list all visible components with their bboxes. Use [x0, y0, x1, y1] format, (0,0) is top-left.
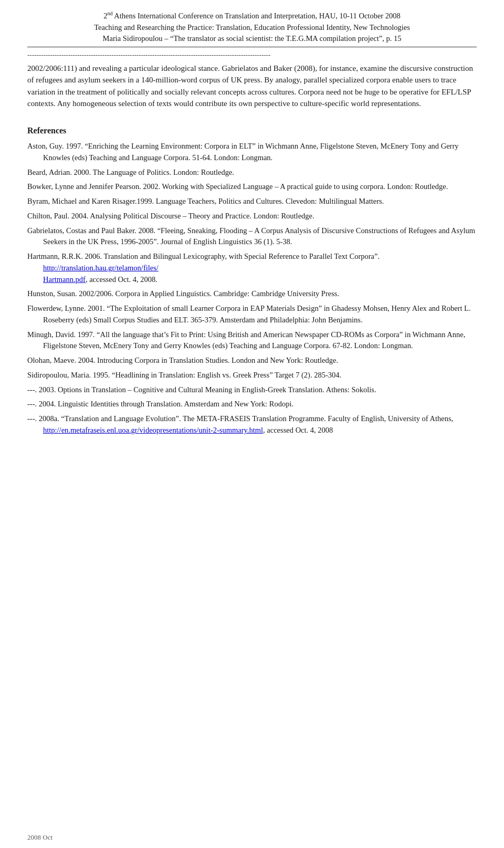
ref-olohan2004: Olohan, Maeve. 2004. Introducing Corpora… [27, 355, 477, 367]
ref-hartmann-after: , accessed Oct. 4, 2008. [86, 275, 158, 284]
ref-bowker2002: Bowker, Lynne and Jennifer Pearson. 2002… [27, 181, 477, 193]
footer-text: 2008 Oct [27, 833, 52, 841]
references-section: References Aston, Guy. 1997. “Enriching … [27, 124, 477, 436]
ref-hunston2002: Hunston, Susan. 2002/2006. Corpora in Ap… [27, 288, 477, 300]
ref-gabrielatos2008: Gabrielatos, Costas and Paul Baker. 2008… [27, 225, 477, 248]
header-divider [27, 47, 477, 47]
ref-dash2004: ---. 2004. Linguistic Identities through… [27, 399, 477, 410]
ref-aston1997: Aston, Guy. 1997. “Enriching the Learnin… [27, 141, 477, 164]
header-line3: Maria Sidiropoulou – “The translator as … [27, 33, 477, 45]
references-title: References [27, 124, 477, 137]
ref-hartmann-before: Hartmann, R.R.K. 2006. Translation and B… [27, 252, 380, 260]
ref-byram1999: Byram, Michael and Karen Risager.1999. L… [27, 196, 477, 207]
header-block: 2nd Athens International Conference on T… [27, 9, 477, 45]
header-sup: nd [107, 11, 112, 16]
dashes-line: ----------------------------------------… [27, 50, 477, 60]
body-paragraph1: 2002/2006:111) and revealing a particula… [27, 62, 477, 110]
ref-chilton2004: Chilton, Paul. 2004. Analysing Political… [27, 211, 477, 222]
ref-hartmann2006: Hartmann, R.R.K. 2006. Translation and B… [27, 251, 477, 285]
ref-sidiropoulou1995: Sidiropoulou, Maria. 1995. “Headlining i… [27, 370, 477, 381]
header-line1-suffix: Athens International Conference on Trans… [112, 12, 400, 20]
ref-dash2008a-after: , accessed Oct. 4, 2008 [263, 426, 333, 434]
ref-dash2008a: ---. 2008a. “Translation and Language Ev… [27, 413, 477, 436]
ref-dash2008a-before: ---. 2008a. “Translation and Language Ev… [27, 414, 453, 423]
ref-dash2008a-link[interactable]: http://en.metafraseis.enl.uoa.gr/videopr… [43, 426, 263, 434]
header-line1: 2nd Athens International Conference on T… [27, 9, 477, 22]
ref-flowerdew2001: Flowerdew, Lynne. 2001. “The Exploitatio… [27, 303, 477, 326]
ref-minugh1997: Minugh, David. 1997. “All the language t… [27, 329, 477, 352]
header-line2: Teaching and Researching the Practice: T… [27, 22, 477, 34]
page-footer: 2008 Oct [27, 833, 52, 843]
ref-dash2003: ---. 2003. Options in Translation – Cogn… [27, 384, 477, 396]
ref-beard2000: Beard, Adrian. 2000. The Language of Pol… [27, 167, 477, 179]
